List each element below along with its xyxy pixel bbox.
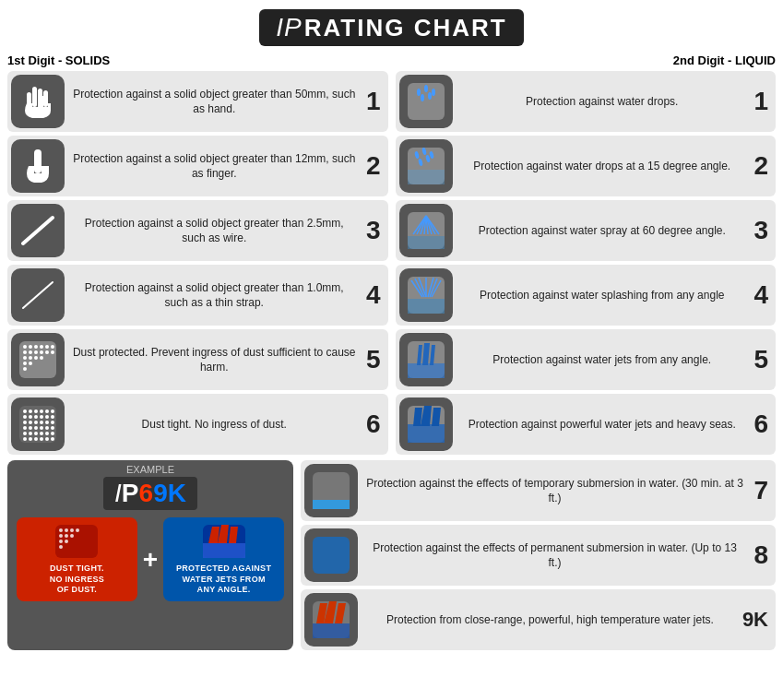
- svg-point-20: [23, 356, 27, 360]
- svg-point-108: [65, 528, 68, 532]
- svg-point-53: [29, 432, 32, 435]
- liquid-num-6: 6: [752, 409, 772, 439]
- example-panel-water: PROTECTED AGAINST WATER JETS FROM ANY AN…: [163, 517, 284, 601]
- svg-point-15: [29, 350, 32, 354]
- liquid-text-4: Protection against water splashing from …: [458, 288, 747, 303]
- liquid-icon-8: [304, 528, 358, 582]
- liquid-text-7: Protection against the effects of tempor…: [363, 476, 746, 505]
- svg-rect-0: [32, 87, 37, 107]
- liquids-column: Protection against water drops. 1: [396, 71, 777, 455]
- liquid-text-3: Protection against water spray at 60 deg…: [458, 223, 747, 238]
- svg-point-111: [59, 534, 63, 538]
- liquid-bottom-rows: Protection against the effects of tempor…: [301, 460, 776, 650]
- solid-text-2: Protection against a solid object greate…: [70, 151, 359, 181]
- example-label: EXAMPLE: [126, 460, 174, 477]
- svg-point-11: [40, 345, 43, 349]
- title-box: IP RATING CHART: [259, 9, 523, 46]
- bottom-section: EXAMPLE IP69K DUST TIGHT. NO INGRESS OF …: [0, 455, 783, 658]
- liquid-icon-5: [399, 333, 453, 386]
- svg-point-68: [421, 94, 424, 101]
- solid-text-5: Dust protected. Prevent ingress of dust …: [70, 345, 359, 374]
- plus-sign: +: [143, 545, 158, 575]
- svg-point-109: [70, 528, 74, 532]
- svg-point-29: [29, 409, 32, 413]
- solid-icon-2: [11, 139, 65, 193]
- svg-point-43: [40, 421, 43, 424]
- svg-point-14: [23, 350, 27, 354]
- svg-point-107: [59, 528, 63, 532]
- svg-point-62: [45, 437, 49, 441]
- svg-point-47: [29, 426, 32, 430]
- solid-text-3: Protection against a solid object greate…: [70, 216, 359, 245]
- svg-point-34: [23, 415, 27, 419]
- svg-point-116: [59, 545, 63, 549]
- svg-point-32: [45, 409, 49, 413]
- solid-row-6: Dust tight. No ingress of dust. 6: [7, 394, 388, 455]
- liquid-row-5: Protection against water jets from any a…: [396, 329, 777, 390]
- liquid-num-5: 5: [752, 345, 772, 374]
- liquid-row-9k: Protection from close-range, powerful, h…: [301, 589, 776, 650]
- liquid-num-8: 8: [752, 540, 772, 570]
- liquid-row-6: Protection against powerful water jets a…: [396, 394, 777, 455]
- svg-point-33: [51, 409, 54, 413]
- svg-point-48: [34, 426, 38, 430]
- liquid-icon-6: [399, 397, 453, 451]
- solid-num-4: 4: [364, 280, 385, 310]
- svg-point-17: [40, 350, 43, 354]
- svg-point-59: [29, 437, 32, 441]
- svg-point-8: [23, 345, 27, 349]
- svg-rect-4: [34, 149, 42, 173]
- svg-point-54: [34, 432, 38, 435]
- svg-point-69: [428, 92, 432, 100]
- svg-rect-71: [408, 170, 445, 184]
- solid-text-1: Protection against a solid object greate…: [70, 87, 359, 116]
- example-panels: DUST TIGHT. NO INGRESS OF DUST. + PROTEC…: [7, 517, 293, 601]
- solid-icon-6: [11, 397, 65, 451]
- svg-rect-97: [408, 363, 445, 378]
- svg-point-112: [65, 534, 68, 538]
- svg-point-31: [40, 409, 43, 413]
- liquid-text-2: Protection against water drops at a 15 d…: [458, 159, 747, 173]
- svg-point-16: [34, 350, 38, 354]
- svg-point-66: [424, 85, 428, 92]
- page-header: IP RATING CHART: [0, 0, 783, 53]
- svg-point-25: [29, 362, 32, 365]
- solid-row-2: Protection against a solid object greate…: [7, 136, 388, 196]
- svg-point-57: [51, 432, 54, 435]
- svg-point-60: [34, 437, 38, 441]
- solid-num-1: 1: [364, 87, 385, 116]
- liquid-row-2: Protection against water drops at a 15 d…: [396, 136, 777, 196]
- example-dust-text: DUST TIGHT. NO INGRESS OF DUST.: [50, 564, 105, 596]
- liquid-row-3: Protection against water spray at 60 deg…: [396, 200, 777, 261]
- svg-point-12: [45, 345, 49, 349]
- svg-point-49: [40, 426, 43, 430]
- solid-icon-4: [11, 268, 65, 322]
- svg-point-45: [51, 421, 54, 424]
- svg-point-55: [40, 432, 43, 435]
- example-panel-dust: DUST TIGHT. NO INGRESS OF DUST.: [17, 517, 137, 601]
- liquid-row-4: Protection against water splashing from …: [396, 265, 777, 326]
- liquid-num-1: 1: [752, 87, 772, 116]
- svg-point-56: [45, 432, 49, 435]
- solid-text-6: Dust tight. No ingress of dust.: [70, 417, 359, 432]
- liquid-icon-1: [399, 75, 453, 128]
- svg-point-35: [29, 415, 32, 419]
- solid-row-4: Protection against a solid object greate…: [7, 265, 388, 326]
- main-grid: Protection against a solid object greate…: [0, 71, 783, 455]
- svg-rect-126: [313, 623, 350, 638]
- liquid-text-6: Protection against powerful water jets a…: [458, 417, 747, 432]
- svg-point-21: [29, 356, 32, 360]
- svg-rect-2: [43, 90, 48, 107]
- column-headers: 1st Digit - SOLIDS 2nd Digit - LIQUID: [0, 53, 783, 67]
- solid-num-3: 3: [364, 216, 385, 245]
- solid-num-2: 2: [364, 151, 385, 181]
- svg-point-24: [23, 362, 27, 365]
- liquid-row-1: Protection against water drops. 1: [396, 71, 777, 132]
- solid-text-4: Protection against a solid object greate…: [70, 280, 359, 310]
- svg-rect-88: [408, 299, 445, 314]
- solids-header: 1st Digit - SOLIDS: [7, 53, 110, 67]
- svg-rect-102: [408, 424, 445, 443]
- svg-rect-121: [203, 543, 245, 558]
- svg-point-67: [432, 89, 435, 96]
- liquid-text-8: Protection against the effects of perman…: [363, 540, 746, 570]
